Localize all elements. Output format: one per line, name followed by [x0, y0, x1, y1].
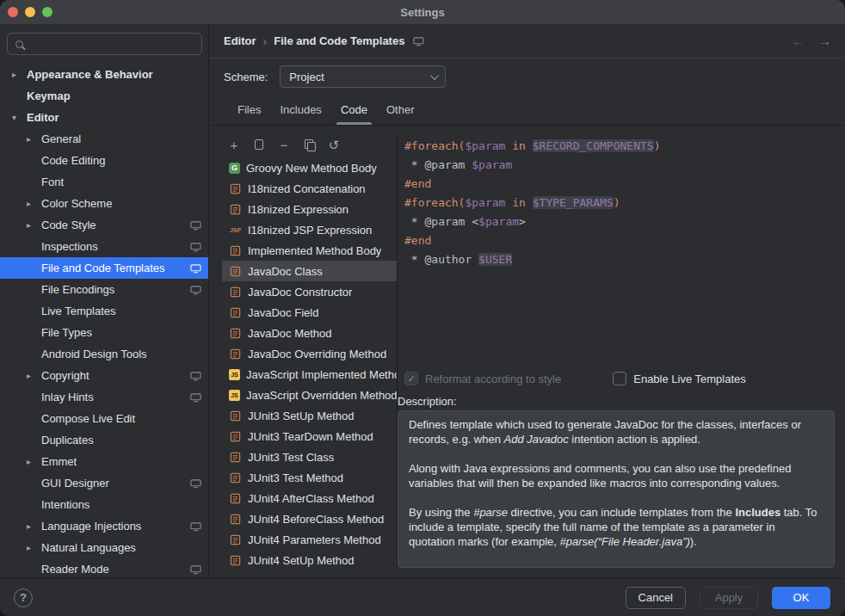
close-window-button[interactable]: [8, 7, 18, 17]
cancel-button[interactable]: Cancel: [626, 587, 686, 609]
template-item-javascript-implemented-method-body[interactable]: JSJavaScript Implemented Method Body: [222, 364, 397, 385]
sidebar-item-editor[interactable]: ▾Editor: [0, 107, 208, 128]
sidebar-item-live-templates[interactable]: Live Templates: [0, 300, 208, 322]
template-item-junit3-setup-method[interactable]: JUnit3 SetUp Method: [222, 405, 397, 426]
sidebar-item-compose-live-edit[interactable]: Compose Live Edit: [0, 408, 208, 429]
sidebar-item-keymap[interactable]: Keymap: [0, 85, 208, 107]
template-item-junit4-afterclass-method[interactable]: JUnit4 AfterClass Method: [222, 488, 397, 508]
sidebar-item-inspections[interactable]: Inspections: [0, 236, 208, 257]
forward-icon[interactable]: →: [818, 34, 831, 48]
code-token: >: [519, 215, 526, 228]
template-item-label: I18nized Concatenation: [248, 182, 366, 195]
template-item-junit4-setup-method[interactable]: JUnit4 SetUp Method: [222, 550, 397, 568]
minimize-window-button[interactable]: [25, 7, 35, 17]
copy-template-button[interactable]: [299, 135, 319, 154]
help-button[interactable]: ?: [14, 588, 33, 607]
template-item-junit3-test-method[interactable]: JUnit3 Test Method: [222, 467, 397, 488]
sidebar-item-font[interactable]: Font: [0, 171, 208, 193]
sidebar-item-general[interactable]: ▸General: [0, 128, 208, 150]
screen-icon: [190, 478, 201, 489]
description-text: Includes: [735, 506, 780, 519]
template-item-javascript-overridden-method-body[interactable]: JSJavaScript Overridden Method Body: [222, 385, 397, 405]
chevron-right-icon[interactable]: ▸: [12, 70, 27, 79]
description-text: Add Javadoc: [504, 433, 569, 446]
chevron-down-icon[interactable]: ▾: [12, 113, 27, 122]
add-template-button[interactable]: +: [224, 135, 244, 154]
template-item-javadoc-class[interactable]: JavaDoc Class: [222, 261, 397, 281]
template-item-label: JUnit3 TearDown Method: [248, 430, 373, 443]
sidebar-item-file-types[interactable]: File Types: [0, 322, 208, 343]
tab-label: Files: [237, 103, 261, 116]
sidebar-item-label: Keymap: [27, 89, 71, 102]
chevron-right-icon[interactable]: ▸: [27, 543, 41, 552]
sidebar-item-android-design-tools[interactable]: Android Design Tools: [0, 343, 208, 365]
template-file-icon: [229, 451, 242, 463]
screen-icon: [190, 242, 201, 252]
chevron-right-icon[interactable]: ▸: [27, 457, 41, 466]
sidebar-item-appearance-behavior[interactable]: ▸Appearance & Behavior: [0, 64, 208, 85]
scheme-selected-value: Project: [289, 71, 430, 83]
template-item-javadoc-constructor[interactable]: JavaDoc Constructor: [222, 281, 397, 302]
remove-template-button[interactable]: −: [274, 135, 294, 154]
sidebar-item-code-editing[interactable]: Code Editing: [0, 150, 208, 171]
zoom-window-button[interactable]: [42, 7, 52, 17]
tab-other[interactable]: Other: [377, 95, 424, 125]
scheme-select[interactable]: Project: [280, 65, 446, 88]
template-item-groovy-new-method-body[interactable]: GGroovy New Method Body: [222, 157, 397, 178]
code-token: #end: [404, 234, 431, 247]
breadcrumb-item-editor[interactable]: Editor: [224, 34, 256, 47]
sidebar-item-label: Emmet: [41, 455, 77, 468]
chevron-right-icon[interactable]: ▸: [27, 521, 41, 531]
tab-code[interactable]: Code: [331, 95, 377, 125]
sidebar-item-duplicates[interactable]: Duplicates: [0, 429, 208, 451]
sidebar-item-gui-designer[interactable]: GUI Designer: [0, 472, 208, 494]
live-templates-checkbox[interactable]: Enable Live Templates: [613, 372, 746, 385]
chevron-right-icon[interactable]: ▸: [27, 134, 41, 144]
sidebar-item-copyright[interactable]: ▸Copyright: [0, 365, 208, 386]
description-text: #parse: [473, 506, 508, 519]
sidebar-item-emmet[interactable]: ▸Emmet: [0, 451, 208, 472]
reformat-checkbox-box: ✓: [404, 372, 418, 385]
sidebar-item-language-injections[interactable]: ▸Language Injections: [0, 515, 208, 537]
create-from-selected-template-button[interactable]: [249, 135, 269, 154]
search-box[interactable]: [7, 33, 202, 55]
sidebar-item-reader-mode[interactable]: Reader Mode: [0, 558, 208, 578]
settings-sidebar: ▸Appearance & BehaviorKeymap▾Editor▸Gene…: [0, 24, 209, 578]
template-item-javadoc-method[interactable]: JavaDoc Method: [222, 323, 397, 343]
sidebar-item-intentions[interactable]: Intentions: [0, 494, 208, 515]
template-item-i18nized-jsp-expression[interactable]: JSPI18nized JSP Expression: [222, 219, 397, 240]
copy-icon: [303, 139, 316, 151]
template-item-junit3-teardown-method[interactable]: JUnit3 TearDown Method: [222, 426, 397, 447]
template-item-junit4-beforeclass-method[interactable]: JUnit4 BeforeClass Method: [222, 508, 397, 529]
back-icon[interactable]: ←: [792, 34, 805, 48]
chevron-right-icon[interactable]: ▸: [27, 199, 41, 208]
template-item-i18nized-expression[interactable]: I18nized Expression: [222, 199, 397, 219]
live-templates-checkbox-box: [613, 372, 626, 385]
code-token: $TYPE_PARAMS: [533, 196, 614, 209]
template-code-editor[interactable]: #foreach($param in $RECORD_COMPONENTS) *…: [398, 133, 835, 366]
template-item-i18nized-concatenation[interactable]: I18nized Concatenation: [222, 178, 397, 199]
sidebar-item-inlay-hints[interactable]: Inlay Hints: [0, 386, 208, 408]
js-file-icon: JS: [229, 390, 240, 401]
tab-includes[interactable]: Includes: [270, 95, 330, 125]
tab-files[interactable]: Files: [228, 95, 270, 125]
template-item-javadoc-field[interactable]: JavaDoc Field: [222, 302, 397, 323]
chevron-right-icon[interactable]: ▸: [27, 220, 41, 230]
templates-content: +−↺ GGroovy New Method BodyI18nized Conc…: [210, 126, 845, 578]
sidebar-item-natural-languages[interactable]: ▸Natural Languages: [0, 537, 208, 558]
sidebar-item-code-style[interactable]: ▸Code Style: [0, 214, 208, 236]
sidebar-item-file-encodings[interactable]: File Encodings: [0, 279, 208, 300]
template-item-junit3-test-class[interactable]: JUnit3 Test Class: [222, 447, 397, 467]
code-token: $param: [478, 215, 519, 228]
sidebar-item-file-and-code-templates[interactable]: File and Code Templates: [0, 257, 208, 279]
sidebar-item-color-scheme[interactable]: ▸Color Scheme: [0, 193, 208, 214]
template-item-javadoc-overriding-method[interactable]: JavaDoc Overriding Method: [222, 343, 397, 364]
settings-search-input[interactable]: [30, 38, 194, 51]
chevron-right-icon[interactable]: ▸: [27, 371, 41, 380]
template-item-junit4-parameters-method[interactable]: JUnit4 Parameters Method: [222, 529, 397, 550]
sidebar-item-label: Code Style: [41, 219, 96, 231]
ok-button[interactable]: OK: [772, 587, 830, 609]
template-item-implemented-method-body[interactable]: Implemented Method Body: [222, 240, 397, 261]
reset-template-button[interactable]: ↺: [324, 135, 344, 154]
sidebar-item-label: Editor: [27, 111, 59, 124]
